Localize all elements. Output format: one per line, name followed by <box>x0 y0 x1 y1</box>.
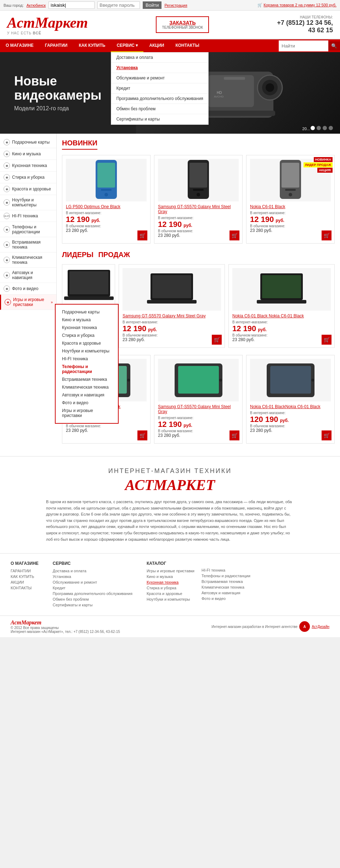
sidebar-item-laptops[interactable]: ◉ Ноутбуки и компьютеры <box>0 195 56 210</box>
product-name-3[interactable]: Nokia C6-01 Black <box>250 204 331 209</box>
games-arrow: » <box>51 300 53 304</box>
nav-about[interactable]: О МАГАЗИНЕ <box>0 39 39 52</box>
sidebar-item-auto[interactable]: ◉ Автозвук и навигация <box>0 268 56 283</box>
nav-service[interactable]: СЕРВИС ▾ <box>111 39 143 52</box>
footer-cat-kitchen[interactable]: Кухонная техника <box>147 580 194 584</box>
footer-svc-certs[interactable]: Сертификаты и карты <box>53 603 132 607</box>
sidebar-item-phones[interactable]: ◉ Телефоны и радиостанции <box>0 222 56 237</box>
bottom-name-3[interactable]: Nokia C6-01 BlackNokia C6-01 Black <box>250 404 331 409</box>
add-to-cart-leader-2[interactable]: 🛒 <box>322 335 332 345</box>
nav-search-input[interactable] <box>279 40 328 51</box>
footer-cat-builtin[interactable]: Встраиваемая техника <box>202 579 250 584</box>
top-search-input[interactable] <box>49 1 95 9</box>
footer-cat-hifi[interactable]: HI-FI техника <box>202 568 250 572</box>
add-to-cart-bottom-3[interactable]: 🛒 <box>322 430 332 440</box>
flyout-cinema[interactable]: Кино и музыка <box>59 316 114 324</box>
sidebar-item-games[interactable]: ◉ Игры и игровые приставки » <box>0 295 56 310</box>
footer-cat-games[interactable]: Игры и игровые приставки <box>147 569 194 573</box>
footer-cat-cinema[interactable]: Кино и музыка <box>147 574 194 579</box>
footer-svc-credit[interactable]: Кредит <box>53 586 132 590</box>
footer-cat-beauty[interactable]: Красота и здоровье <box>147 591 194 596</box>
flyout-gift[interactable]: Подарочные карты <box>59 308 114 316</box>
sidebar-item-kitchen[interactable]: ◉ Кухонная техника <box>0 160 56 172</box>
about-text: В одном из вагонов третьего класса, с ра… <box>46 499 294 542</box>
leader-name-2[interactable]: Nokia C6-01 Black Nokia C6-01 Black <box>232 313 331 318</box>
flyout-beauty[interactable]: Красота и здоровье <box>59 339 114 347</box>
footer-about-guarantee[interactable]: ГАРАНТИИ <box>11 569 39 573</box>
sidebar-item-cinema[interactable]: ◉ Кино и музыка <box>0 148 56 160</box>
add-to-cart-leader-1[interactable]: 🛒 <box>212 335 222 345</box>
sidebar-item-builtin[interactable]: ◉ Встраиваемая техника <box>0 237 56 252</box>
banner-dot-4[interactable] <box>329 126 333 130</box>
sidebar-item-beauty[interactable]: ◉ Красота и здоровье <box>0 183 56 195</box>
svc-install[interactable]: Установка <box>111 63 208 73</box>
svc-program[interactable]: Программа дополнительного обслуживания <box>111 94 208 104</box>
add-to-cart-bottom-2[interactable]: 🛒 <box>230 430 239 440</box>
footer-dev-name[interactable]: АстДизайн <box>312 625 329 629</box>
flyout-games[interactable]: Игры и игровые приставки <box>59 407 114 419</box>
add-to-cart-2[interactable]: 🛒 <box>230 230 239 240</box>
footer-col-about-title: О МАГАЗИНЕ <box>11 561 39 566</box>
svg-rect-25 <box>152 275 191 298</box>
add-to-cart-3[interactable]: 🛒 <box>322 230 332 240</box>
footer-cat-phones[interactable]: Телефоны и радиостанции <box>202 574 250 578</box>
svc-credit[interactable]: Кредит <box>111 83 208 94</box>
login-button[interactable]: Войти <box>143 1 162 9</box>
flyout-builtin[interactable]: Встраиваемая техника <box>59 375 114 383</box>
footer-about-how[interactable]: КАК КУПИТЬ <box>11 574 39 579</box>
flyout-laptops[interactable]: Ноутбуки и компьютеры <box>59 347 114 355</box>
flyout-washing[interactable]: Стирка и уборка <box>59 332 114 339</box>
sidebar-label-photo: Фото и видео <box>12 286 38 291</box>
banner-dot-1[interactable] <box>311 126 315 130</box>
footer-cat-washing[interactable]: Стирка и уборка <box>147 586 194 590</box>
svc-exchange[interactable]: Обмен без проблем <box>111 104 208 114</box>
footer-svc-delivery[interactable]: Доставка и оплата <box>53 569 132 573</box>
product-name-2[interactable]: Samsung GT-S5570 Galaxy Mini Steel Gray <box>158 204 239 214</box>
nav-search-button[interactable]: 🔍 <box>328 41 340 50</box>
password-input[interactable] <box>97 1 140 9</box>
cart-link[interactable]: Корзина товаров 2 на сумму 12 500 руб. <box>264 3 336 7</box>
add-to-cart-1[interactable]: 🛒 <box>137 230 147 240</box>
nav-guarantee[interactable]: ГАРАНТИИ <box>39 39 73 52</box>
product-name-1[interactable]: LG P500 Optimus One Black <box>66 204 147 209</box>
footer-svc-exchange[interactable]: Обмен без проблем <box>53 597 132 601</box>
footer-cat-auto[interactable]: Автозвук и навигация <box>202 591 250 595</box>
footer-cat-laptops[interactable]: Ноутбуки и компьютеры <box>147 597 194 601</box>
flyout-hifi[interactable]: HI-FI техника <box>59 355 114 363</box>
nav-how[interactable]: КАК КУПИТЬ <box>73 39 111 52</box>
bottom-name-2[interactable]: Samsung GT-S5570 Galaxy Mini Steel Gray <box>158 404 239 414</box>
add-to-cart-bottom-1[interactable]: 🛒 <box>137 430 147 440</box>
sidebar-item-hifi[interactable]: HI-FI HI-FI техника <box>0 210 56 222</box>
footer-svc-repair[interactable]: Обслуживание и ремонт <box>53 580 132 584</box>
sidebar-item-washing[interactable]: ◉ Стирка и уборка <box>0 172 56 183</box>
sidebar-item-climate[interactable]: ◉ Климатическая техника <box>0 252 56 268</box>
footer-cat-climate[interactable]: Климатическая техника <box>202 585 250 589</box>
svc-repair[interactable]: Обслуживание и ремонт <box>111 73 208 83</box>
flyout-climate[interactable]: Климатическая техника <box>59 383 114 391</box>
footer-svc-install[interactable]: Установка <box>53 574 132 579</box>
footer-about-contacts[interactable]: КОНТАКТЫ <box>11 586 39 590</box>
nav-contacts[interactable]: КОНТАКТЫ <box>170 39 205 52</box>
flyout-photo[interactable]: Фото и видео <box>59 399 114 407</box>
order-title[interactable]: ЗАКАЗАТЬ <box>162 20 203 26</box>
city-link[interactable]: Актюбинск <box>27 3 46 7</box>
banner-dot-2[interactable] <box>317 126 321 130</box>
svc-certs[interactable]: Сертификаты и карты <box>111 114 208 124</box>
register-link[interactable]: Регистрация <box>164 3 187 7</box>
nav-promo[interactable]: АКЦИИ <box>143 39 170 52</box>
flyout-auto[interactable]: Автозвук и навигация <box>59 391 114 399</box>
footer-about-promo[interactable]: АКЦИИ <box>11 580 39 584</box>
svc-delivery[interactable]: Доставка и оплата <box>111 52 208 63</box>
footer-cat-photo[interactable]: Фото и видео <box>202 596 250 601</box>
price-internet-2: 12 190 руб. <box>158 220 239 229</box>
logo[interactable]: АстМаркет У НАС ЕСТЬ ВСЁ <box>7 14 88 35</box>
footer-svc-program[interactable]: Программа дополнительного обслуживания <box>53 591 132 596</box>
sidebar-item-photo[interactable]: ◉ Фото и видео <box>0 283 56 295</box>
banner-dot-3[interactable] <box>323 126 327 130</box>
leader-name-1[interactable]: Samsung GT-S5570 Galaxy Mini Steel Gray <box>123 313 221 318</box>
flyout-phones[interactable]: Телефоны и радиостанции <box>59 363 114 375</box>
flyout-kitchen[interactable]: Кухонная техника <box>59 324 114 332</box>
sidebar-item-gift-cards[interactable]: ◉ Подарочные карты <box>0 137 56 148</box>
phone2: 43 62 15 <box>277 27 333 34</box>
order-block[interactable]: ЗАКАЗАТЬ ТЕЛЕФОННЫЙ ЗВОНОК <box>156 16 209 33</box>
